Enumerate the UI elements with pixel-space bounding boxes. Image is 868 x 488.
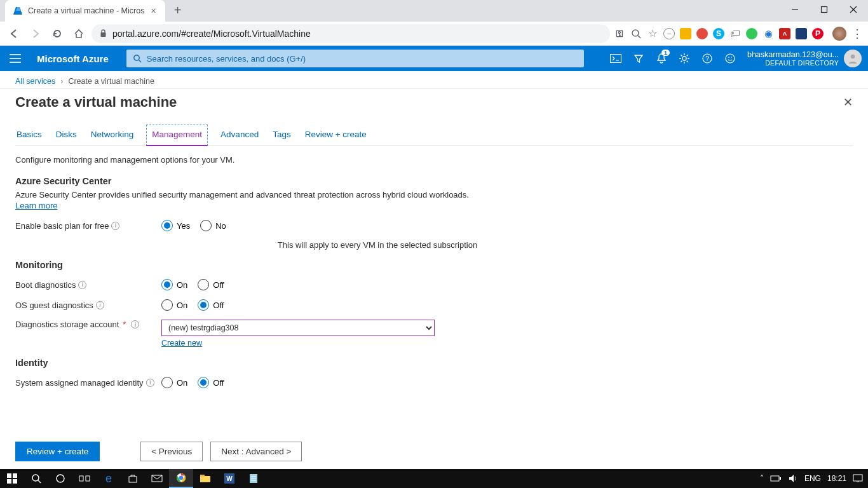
info-icon[interactable]: i (111, 222, 119, 230)
system-tray: ˄ ENG 18:21 (760, 474, 868, 483)
directory-filter-button[interactable] (628, 46, 649, 71)
lock-icon (99, 29, 107, 37)
tray-clock[interactable]: 18:21 (827, 474, 846, 483)
tab-advanced[interactable]: Advanced (219, 125, 260, 146)
boot-diagnostics-on-radio[interactable]: On (161, 279, 187, 290)
svg-point-5 (632, 30, 639, 36)
user-email: bhaskarmadan.123@ou... (747, 50, 839, 59)
window-maximize-button[interactable] (810, 0, 839, 19)
svg-point-13 (682, 57, 686, 60)
browser-tab[interactable]: Create a virtual machine - Micros × (5, 0, 165, 22)
wizard-footer: Review + create < Previous Next : Advanc… (0, 433, 868, 469)
browser-titlebar: Create a virtual machine - Micros × + (0, 0, 868, 22)
nav-back-button[interactable] (5, 25, 23, 43)
tab-disks[interactable]: Disks (55, 125, 78, 146)
ext-pdf-icon[interactable]: A (779, 28, 790, 39)
review-create-button[interactable]: Review + create (15, 442, 100, 461)
taskbar-search-button[interactable] (24, 469, 48, 488)
tab-intro-text: Configure monitoring and management opti… (15, 155, 853, 165)
azure-search[interactable] (126, 50, 584, 67)
key-icon[interactable]: ⚿ (614, 28, 625, 39)
taskbar-chrome-icon[interactable] (169, 469, 193, 488)
info-icon[interactable]: i (146, 379, 154, 387)
settings-button[interactable] (674, 46, 695, 71)
taskbar-store-icon[interactable] (121, 469, 145, 488)
taskbar-explorer-icon[interactable] (193, 469, 217, 488)
ext-darkblue-icon[interactable] (796, 28, 807, 39)
taskbar-notepad-icon[interactable] (241, 469, 266, 488)
tab-review-create[interactable]: Review + create (304, 125, 368, 146)
address-bar-url: portal.azure.com/#create/Microsoft.Virtu… (112, 29, 311, 39)
svg-rect-21 (13, 473, 17, 478)
taskbar-word-icon[interactable]: W (217, 469, 241, 488)
tray-language[interactable]: ENG (804, 474, 821, 483)
diag-storage-select[interactable]: (new) testrgdiag308 (161, 320, 435, 336)
ext-red-icon[interactable] (696, 28, 708, 39)
cortana-button[interactable] (48, 469, 72, 488)
ext-tag-icon[interactable]: 🏷 (729, 28, 741, 39)
chrome-menu-icon[interactable]: ⋮ (851, 28, 863, 39)
ext-green-icon[interactable] (746, 28, 757, 39)
info-icon[interactable]: i (131, 320, 139, 329)
blade-close-button[interactable]: ✕ (843, 95, 853, 109)
feedback-button[interactable] (719, 46, 741, 71)
svg-line-25 (38, 480, 41, 483)
ext-nosign-icon[interactable]: − (663, 28, 675, 39)
taskbar-edge-icon[interactable]: e (97, 469, 121, 488)
enable-plan-yes-radio[interactable]: Yes (161, 220, 190, 231)
user-directory: DEFAULT DIRECTORY (747, 59, 839, 67)
enable-basic-plan-label: Enable basic plan for free i (15, 221, 161, 231)
tray-volume-icon[interactable] (788, 474, 798, 483)
os-diagnostics-on-radio[interactable]: On (161, 299, 187, 311)
enable-plan-no-radio[interactable]: No (200, 220, 226, 231)
info-icon[interactable]: i (96, 301, 104, 309)
svg-rect-34 (200, 475, 205, 477)
taskbar-mail-icon[interactable] (145, 469, 169, 488)
close-tab-icon[interactable]: × (149, 6, 157, 16)
azure-brand[interactable]: Microsoft Azure (31, 53, 115, 64)
tab-networking[interactable]: Networking (90, 125, 135, 146)
previous-button[interactable]: < Previous (140, 442, 203, 461)
task-view-button[interactable] (72, 469, 97, 488)
zoom-icon[interactable] (630, 28, 642, 39)
window-minimize-button[interactable] (780, 0, 810, 19)
start-button[interactable] (0, 469, 24, 488)
star-icon[interactable]: ☆ (647, 28, 658, 39)
nav-reload-button[interactable] (48, 25, 66, 43)
boot-diagnostics-off-radio[interactable]: Off (198, 279, 224, 290)
os-diagnostics-label: OS guest diagnosticsi (15, 301, 161, 310)
hamburger-button[interactable] (0, 46, 31, 71)
tab-tags[interactable]: Tags (271, 125, 292, 146)
info-icon[interactable]: i (78, 281, 86, 289)
tab-basics[interactable]: Basics (15, 125, 43, 146)
tray-chevron-up-icon[interactable]: ˄ (760, 474, 764, 483)
breadcrumb-root[interactable]: All services (15, 77, 55, 86)
sys-identity-off-radio[interactable]: Off (198, 377, 224, 388)
ext-pinterest-icon[interactable]: P (812, 28, 824, 39)
ext-orange1-icon[interactable] (680, 28, 691, 39)
azure-user-account[interactable]: bhaskarmadan.123@ou... DEFAULT DIRECTORY (741, 50, 868, 67)
tray-action-center-icon[interactable] (853, 474, 863, 483)
security-learn-more-link[interactable]: Learn more (15, 201, 57, 210)
notifications-button[interactable]: 1 (651, 46, 672, 71)
blade-body: Basics Disks Networking Management Advan… (0, 113, 868, 445)
tray-battery-icon[interactable] (770, 475, 782, 482)
azure-search-input[interactable] (147, 54, 578, 64)
nav-home-button[interactable] (70, 25, 88, 43)
help-button[interactable]: ? (696, 46, 718, 71)
svg-rect-27 (79, 476, 83, 481)
os-diagnostics-off-radio[interactable]: Off (198, 299, 224, 311)
diag-storage-create-new-link[interactable]: Create new (161, 339, 435, 348)
sys-identity-on-radio[interactable]: On (161, 377, 187, 388)
next-button[interactable]: Next : Advanced > (210, 442, 302, 461)
tab-management[interactable]: Management (146, 125, 208, 146)
window-close-button[interactable] (839, 0, 868, 19)
nav-forward-button[interactable] (27, 25, 44, 43)
profile-avatar-icon[interactable] (832, 27, 846, 41)
svg-point-19 (851, 55, 855, 58)
cloud-shell-button[interactable] (605, 46, 627, 71)
new-tab-button[interactable]: + (169, 1, 187, 19)
ext-blue-icon[interactable]: ◉ (763, 28, 774, 39)
ext-skype-icon[interactable]: S (713, 28, 724, 39)
address-bar[interactable]: portal.azure.com/#create/Microsoft.Virtu… (92, 24, 610, 43)
